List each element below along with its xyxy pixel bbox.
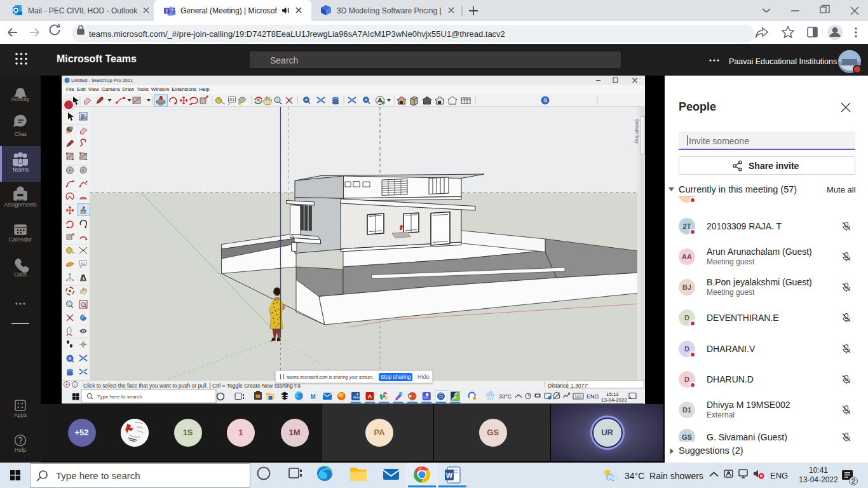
svg-text:A1: A1 xyxy=(229,97,235,102)
svg-text:P: P xyxy=(409,395,412,399)
svg-text:T: T xyxy=(165,8,168,14)
svg-text:A: A xyxy=(368,393,372,400)
svg-text:33°C: 33°C xyxy=(499,393,512,400)
svg-text:Type here to search: Type here to search xyxy=(97,394,142,400)
svg-text:13-04-2022: 13-04-2022 xyxy=(601,397,627,403)
svg-text:S: S xyxy=(543,97,547,104)
svg-text:A1: A1 xyxy=(81,262,86,266)
svg-text:ENG: ENG xyxy=(587,393,599,400)
svg-text:15:11: 15:11 xyxy=(606,391,619,397)
svg-text:2: 2 xyxy=(851,477,855,485)
svg-text:i: i xyxy=(74,383,76,387)
svg-text:W: W xyxy=(446,471,453,479)
svg-text:M: M xyxy=(310,393,315,400)
